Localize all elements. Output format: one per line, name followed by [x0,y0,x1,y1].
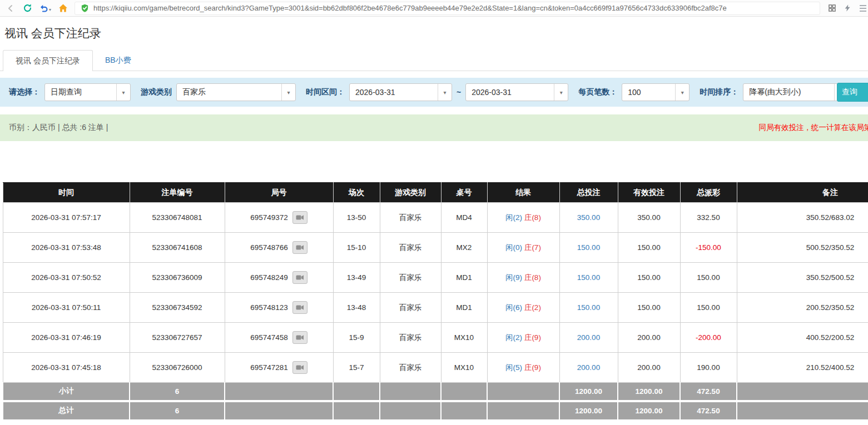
bet-row: 2026-03-31 07:53:48523306741608695748766… [3,233,868,263]
footer-payout: 472.50 [680,383,737,401]
cell-valid-bet: 150.00 [618,263,680,293]
time-sort-select[interactable]: 降幂(由大到小) ▾ [743,83,849,101]
cell-empty [441,383,487,401]
cell-table-no: MX10 [441,323,487,353]
cell-time: 2026-03-31 07:50:52 [3,263,130,293]
cell-valid-bet: 150.00 [618,233,680,263]
chevron-down-icon[interactable]: ▾ [675,84,689,101]
cell-payout: -150.00 [680,233,737,263]
undo-icon[interactable]: ▾ [39,3,51,13]
query-type-select[interactable]: 日期查询 ▾ [44,83,131,101]
video-replay-icon[interactable] [292,361,307,374]
cell-valid-bet: 200.00 [618,323,680,353]
cell-empty [487,383,559,401]
video-replay-icon[interactable] [292,271,307,284]
home-icon[interactable] [58,3,68,13]
total-bet-link[interactable]: 150.00 [577,243,600,252]
cell-total-bet: 200.00 [559,353,618,383]
cell-game-type: 百家乐 [380,233,441,263]
footer-label: 小计 [3,383,130,401]
total-bet-link[interactable]: 150.00 [577,303,600,312]
cell-note: 200.52/350.52 [737,293,868,323]
cell-empty [441,401,487,419]
cell-empty [225,383,333,401]
result-banker: 庄(8) [524,213,541,222]
date-to-select[interactable]: 2026-03-31 ▾ [465,83,568,101]
bet-row: 2026-03-31 07:45:18523306726000695747281… [3,353,868,383]
col-note: 备注 [737,183,868,203]
date-from-value: 2026-03-31 [350,84,438,101]
total-bet-link[interactable]: 200.00 [577,363,600,372]
result-banker: 庄(9) [524,333,541,342]
search-button[interactable]: 查询 [837,83,868,102]
result-player: 闲(6) [505,303,522,312]
video-replay-icon[interactable] [292,241,307,254]
clipped-toolbar-icon[interactable] [858,3,868,13]
total-bet-link[interactable]: 350.00 [577,213,600,222]
cell-total-bet: 350.00 [559,203,618,233]
result-banker: 庄(9) [524,363,541,372]
cell-empty [225,401,333,419]
cell-round: 695748766 [225,233,333,263]
lightning-icon[interactable] [842,3,852,13]
col-round: 局号 [225,183,333,203]
cell-empty [333,383,380,401]
cell-empty [380,401,441,419]
result-player: 闲(2) [505,333,522,342]
address-bar[interactable]: https://kiqiiu.com/game/betrecord_search… [75,2,820,15]
page-size-select[interactable]: 100 ▾ [622,83,690,101]
cell-total-bet: 150.00 [559,293,618,323]
total-bet-link[interactable]: 150.00 [577,273,600,282]
cell-time: 2026-03-31 07:45:18 [3,353,130,383]
tab-bb-tip[interactable]: BB小费 [93,50,143,71]
payout-value: 150.00 [697,273,720,282]
cell-bet-id: 523306736009 [130,263,225,293]
footer-total-bet: 1200.00 [559,383,618,401]
security-shield-icon[interactable] [80,3,90,13]
chevron-down-icon[interactable]: ▾ [281,84,295,101]
table-header: 时间 注单编号 局号 场次 游戏类别 桌号 结果 总投注 有效投注 总派彩 备注 [3,183,868,203]
cell-game-type: 百家乐 [380,353,441,383]
cell-total-bet: 150.00 [559,263,618,293]
cell-result: 闲(5) 庄(9) [487,353,559,383]
total-bet-link[interactable]: 200.00 [577,333,600,342]
extensions-grid-icon[interactable] [827,3,837,13]
refresh-icon[interactable] [22,3,32,13]
payout-value: 332.50 [697,213,720,222]
chevron-down-icon[interactable]: ▾ [116,84,130,101]
cell-bet-id: 523306734592 [130,293,225,323]
bet-table-foot: 小计61200.001200.00472.50总计61200.001200.00… [3,383,868,419]
cell-note: 350.52/500.52 [737,263,868,293]
cell-result: 闲(0) 庄(7) [487,233,559,263]
page-size-value: 100 [622,84,675,101]
back-icon[interactable] [6,3,16,13]
video-replay-icon[interactable] [292,331,307,344]
cell-bet-id: 523306726000 [130,353,225,383]
cell-round: 695748123 [225,293,333,323]
chevron-down-icon[interactable]: ▾ [554,84,568,101]
grand-total-row: 总计61200.001200.00472.50 [3,401,868,419]
cell-total-bet: 150.00 [559,233,618,263]
undo-dropdown-icon[interactable]: ▾ [49,7,51,13]
bet-row: 2026-03-31 07:57:17523306748081695749372… [3,203,868,233]
bet-record-table: 时间 注单编号 局号 场次 游戏类别 桌号 结果 总投注 有效投注 总派彩 备注… [2,182,868,419]
cell-empty [737,401,868,419]
url-text: https://kiqiiu.com/game/betrecord_search… [93,4,727,12]
col-game-type: 游戏类别 [380,183,441,203]
cell-session: 13-48 [333,293,380,323]
cell-result: 闲(2) 庄(8) [487,203,559,233]
cell-round: 695749372 [225,203,333,233]
video-replay-icon[interactable] [292,301,307,314]
video-replay-icon[interactable] [292,211,307,224]
date-from-select[interactable]: 2026-03-31 ▾ [349,83,452,101]
currency-total-text: 币别：人民币 | 总共 :6 注单 | [9,123,108,133]
chevron-down-icon[interactable]: ▾ [438,84,452,101]
range-tilde: ~ [457,88,461,97]
cell-session: 15-7 [333,353,380,383]
tab-bet-record[interactable]: 视讯 会员下注纪录 [3,50,93,71]
page-size-label: 每页笔数： [578,87,617,97]
result-banker: 庄(7) [524,243,541,252]
footer-valid-bet: 1200.00 [618,383,680,401]
col-payout: 总派彩 [680,183,737,203]
game-type-select[interactable]: 百家乐 ▾ [176,83,296,101]
